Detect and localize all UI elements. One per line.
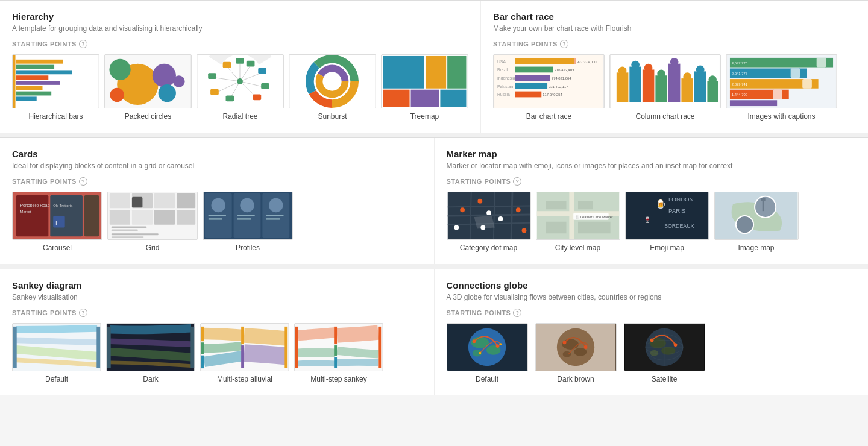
section-row-3: Sankey diagram Sankey visualisation STAR… xyxy=(0,269,868,395)
connections-globe-help-icon[interactable]: ? xyxy=(513,309,521,317)
svg-point-137 xyxy=(498,216,503,221)
thumbnail-image-map[interactable]: Image map xyxy=(714,192,799,252)
svg-point-71 xyxy=(631,61,640,69)
svg-rect-104 xyxy=(154,193,175,208)
svg-rect-111 xyxy=(112,229,138,231)
svg-rect-165 xyxy=(13,327,17,368)
thumbnail-emoji-map[interactable]: 🍺 🍷 LONDON PARIS BORDEAUX Emoji map xyxy=(625,192,709,252)
sankey-default-label: Default xyxy=(45,375,68,383)
svg-text:🍺: 🍺 xyxy=(655,199,666,209)
carousel-preview: Portobello Road Market Old Trattoria f xyxy=(12,192,102,240)
svg-point-208 xyxy=(650,338,653,342)
thumbnail-globe-satellite[interactable]: Satellite xyxy=(624,323,705,383)
svg-rect-40 xyxy=(447,56,466,89)
thumbnail-radial-tree[interactable]: Radial tree xyxy=(197,54,284,121)
hierarchy-help-icon[interactable]: ? xyxy=(79,40,87,48)
svg-rect-87 xyxy=(773,90,782,99)
sankey-alluvial-label: Multi-step alluvial xyxy=(217,375,272,383)
svg-rect-46 xyxy=(515,58,574,64)
svg-rect-171 xyxy=(201,327,204,341)
hierarchical-bars-label: Hierarchical bars xyxy=(28,112,83,121)
svg-point-136 xyxy=(477,199,482,204)
thumbnail-profiles[interactable]: Profiles xyxy=(203,192,293,252)
thumbnail-sankey-dark[interactable]: Dark xyxy=(106,323,195,383)
thumbnail-category-dot-map[interactable]: Category dot map xyxy=(447,192,531,252)
svg-text:Old Trattoria: Old Trattoria xyxy=(53,204,73,207)
svg-point-195 xyxy=(574,348,587,356)
thumbnail-city-level-map[interactable]: 🍴 Leather Lane Market City level map xyxy=(536,192,620,252)
connections-globe-desc: A 3D globe for visualising flows between… xyxy=(447,293,857,301)
thumbnail-sankey-multi[interactable]: Multi-step sankey xyxy=(294,323,383,383)
thumbnail-hierarchical-bars[interactable]: Hierarchical bars xyxy=(12,54,99,121)
svg-text:BORDEAUX: BORDEAUX xyxy=(664,223,694,229)
sankey-help-icon[interactable]: ? xyxy=(79,309,87,317)
svg-text:117,340,254: 117,340,254 xyxy=(542,93,562,96)
svg-text:LONDON: LONDON xyxy=(668,196,693,203)
svg-text:🍴 Leather Lane Market: 🍴 Leather Lane Market xyxy=(575,215,613,219)
svg-rect-20 xyxy=(247,61,255,67)
thumbnail-carousel[interactable]: Portobello Road Market Old Trattoria f C… xyxy=(12,192,102,252)
svg-point-16 xyxy=(173,75,185,87)
svg-point-188 xyxy=(472,339,476,343)
thumbnail-sunburst[interactable]: Sunburst xyxy=(289,54,376,121)
image-map-label: Image map xyxy=(738,243,774,252)
thumbnail-globe-dark-brown[interactable]: Dark brown xyxy=(535,323,617,383)
bar-chart-race-preview: USA 337,374,000 Brazil 216,423,403 Indon… xyxy=(493,54,605,108)
svg-rect-63 xyxy=(629,67,641,102)
profiles-preview xyxy=(203,192,293,240)
svg-text:USA: USA xyxy=(497,60,506,64)
hierarchy-section: Hierarchy A template for grouping data a… xyxy=(0,1,481,133)
thumbnail-sankey-default[interactable]: Default xyxy=(12,323,101,383)
image-map-preview xyxy=(714,192,799,240)
svg-rect-22 xyxy=(261,83,269,89)
thumbnail-packed-circles[interactable]: Packed circles xyxy=(104,54,192,121)
thumbnail-treemap[interactable]: Treemap xyxy=(381,54,468,121)
hierarchy-thumbnails: Hierarchical bars xyxy=(12,54,468,121)
thumbnail-bar-chart-race[interactable]: USA 337,374,000 Brazil 216,423,403 Indon… xyxy=(493,54,605,121)
svg-rect-9 xyxy=(13,55,16,108)
sankey-section: Sankey diagram Sankey visualisation STAR… xyxy=(0,269,435,395)
bar-chart-race-help-icon[interactable]: ? xyxy=(560,40,568,48)
thumbnail-images-captions[interactable]: 3,547,770 2,341,775 2,879,741 1,444,700 … xyxy=(726,54,837,121)
svg-rect-99 xyxy=(53,216,65,228)
connections-globe-thumbnails: Default xyxy=(447,323,857,383)
svg-rect-2 xyxy=(16,65,55,69)
svg-rect-174 xyxy=(241,327,244,344)
globe-satellite-label: Satellite xyxy=(652,375,678,383)
svg-rect-64 xyxy=(643,69,655,102)
sankey-thumbnails: Default xyxy=(12,323,422,383)
cards-desc: Ideal for displaying blocks of content i… xyxy=(12,162,422,170)
svg-rect-69 xyxy=(707,81,718,102)
svg-rect-3 xyxy=(16,70,72,74)
carousel-label: Carousel xyxy=(43,243,72,252)
svg-rect-23 xyxy=(253,95,262,101)
thumbnail-column-chart-race[interactable]: Column chart race xyxy=(609,54,721,121)
svg-rect-149 xyxy=(578,201,593,210)
svg-rect-38 xyxy=(383,56,424,89)
svg-rect-93 xyxy=(16,195,49,236)
svg-point-77 xyxy=(708,75,717,84)
svg-rect-5 xyxy=(16,81,60,85)
svg-rect-1 xyxy=(16,60,63,64)
thumbnail-sankey-alluvial[interactable]: Multi-step alluvial xyxy=(200,323,289,383)
svg-text:Russia: Russia xyxy=(497,92,510,96)
globe-default-label: Default xyxy=(476,375,498,383)
svg-point-140 xyxy=(454,225,459,230)
svg-text:Pakistan: Pakistan xyxy=(497,84,513,89)
svg-point-139 xyxy=(515,207,520,212)
images-captions-label: Images with captions xyxy=(747,112,815,121)
svg-rect-148 xyxy=(546,222,566,234)
svg-rect-178 xyxy=(295,327,298,368)
svg-rect-150 xyxy=(578,222,611,234)
sankey-multi-label: Multi-step sankey xyxy=(310,375,366,383)
svg-point-36 xyxy=(326,75,338,87)
svg-rect-98 xyxy=(84,195,99,236)
svg-rect-26 xyxy=(208,73,216,79)
cards-thumbnails: Portobello Road Market Old Trattoria f C… xyxy=(12,192,422,252)
thumbnail-grid[interactable]: Grid xyxy=(107,192,198,252)
cards-help-icon[interactable]: ? xyxy=(79,177,87,186)
svg-rect-4 xyxy=(16,75,49,80)
thumbnail-globe-default[interactable]: Default xyxy=(447,323,528,383)
marker-map-help-icon[interactable]: ? xyxy=(513,177,521,186)
svg-rect-163 xyxy=(761,198,765,201)
